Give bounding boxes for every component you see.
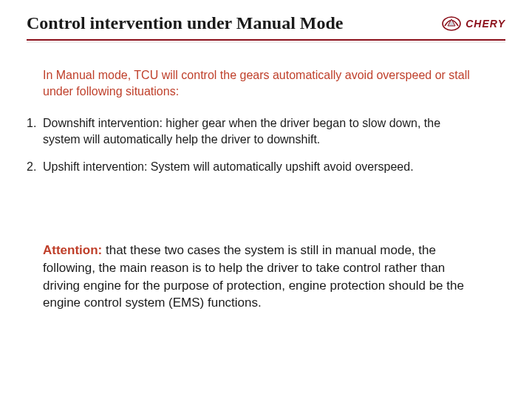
list-item-number: 1.	[27, 115, 43, 132]
numbered-list: 1. Downshift intervention: higher gear w…	[27, 115, 476, 175]
page-title: Control intervention under Manual Mode	[27, 13, 343, 33]
list-item-number: 2.	[27, 159, 43, 175]
brand-logo: CHERY	[442, 16, 505, 31]
chery-emblem-icon	[442, 16, 461, 31]
brand-name: CHERY	[466, 18, 505, 30]
list-item: 2. Upshift intervention: System will aut…	[27, 159, 476, 175]
header-divider	[27, 39, 505, 41]
list-item: 1. Downshift intervention: higher gear w…	[27, 115, 476, 147]
attention-text: that these two cases the system is still…	[43, 243, 464, 310]
list-item-text: Downshift intervention: higher gear when…	[43, 115, 476, 147]
slide: Control intervention under Manual Mode C…	[0, 0, 532, 399]
attention-paragraph: Attention: that these two cases the syst…	[43, 242, 471, 312]
header-row: Control intervention under Manual Mode C…	[27, 13, 505, 33]
intro-paragraph: In Manual mode, TCU will control the gea…	[43, 67, 476, 99]
attention-label: Attention:	[43, 243, 102, 257]
list-item-text: Upshift intervention: System will automa…	[43, 159, 476, 175]
